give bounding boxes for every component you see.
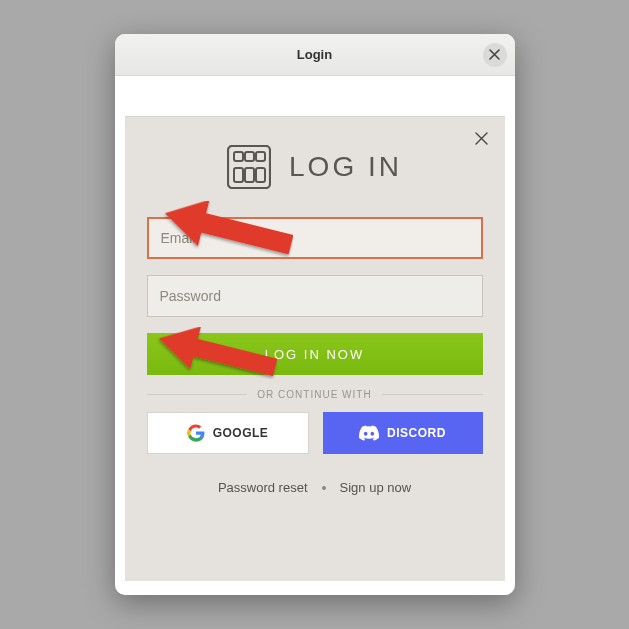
svg-rect-5	[245, 168, 254, 182]
close-icon	[475, 132, 488, 145]
brand-title: LOG IN	[289, 151, 402, 183]
continue-label: OR CONTINUE WITH	[257, 389, 371, 400]
separator-dot	[322, 486, 326, 490]
close-icon	[489, 49, 500, 60]
window-close-button[interactable]	[483, 43, 507, 67]
google-icon	[187, 424, 205, 442]
svg-rect-6	[256, 168, 265, 182]
window-title: Login	[297, 47, 332, 62]
footer-links: Password reset Sign up now	[147, 480, 483, 495]
toolbar-spacer	[115, 76, 515, 116]
svg-rect-2	[245, 152, 254, 161]
google-label: GOOGLE	[213, 426, 269, 440]
login-window: Login LOG IN LOG IN NOW	[115, 34, 515, 595]
password-reset-link[interactable]: Password reset	[218, 480, 308, 495]
svg-rect-3	[256, 152, 265, 161]
window-titlebar: Login	[115, 34, 515, 76]
discord-icon	[359, 425, 379, 441]
signup-link[interactable]: Sign up now	[340, 480, 412, 495]
login-panel: LOG IN LOG IN NOW OR CONTINUE WITH GOOGL…	[125, 116, 505, 581]
gog-logo-icon	[227, 145, 271, 189]
continue-divider: OR CONTINUE WITH	[147, 389, 483, 400]
email-input[interactable]	[147, 217, 483, 259]
password-input[interactable]	[147, 275, 483, 317]
login-button[interactable]: LOG IN NOW	[147, 333, 483, 375]
panel-close-button[interactable]	[473, 129, 491, 147]
svg-rect-1	[234, 152, 243, 161]
brand-row: LOG IN	[147, 145, 483, 189]
discord-label: DISCORD	[387, 426, 446, 440]
google-login-button[interactable]: GOOGLE	[147, 412, 309, 454]
svg-rect-4	[234, 168, 243, 182]
discord-login-button[interactable]: DISCORD	[323, 412, 483, 454]
social-row: GOOGLE DISCORD	[147, 412, 483, 454]
